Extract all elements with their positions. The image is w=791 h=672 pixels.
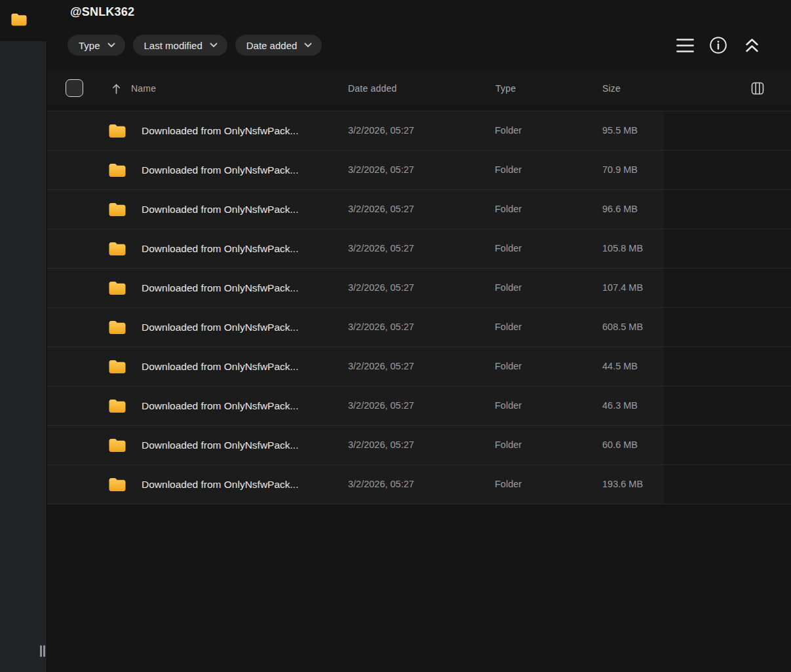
collapse-button[interactable] xyxy=(742,35,762,55)
double-chevron-up-icon xyxy=(744,37,760,54)
folder-icon xyxy=(108,477,126,493)
sidebar-resize-handle[interactable] xyxy=(40,645,45,657)
file-date-added: 3/2/2026, 05:27 xyxy=(348,308,414,346)
file-name: Downloaded from OnlyNsfwPack... xyxy=(142,111,298,150)
file-date-added: 3/2/2026, 05:27 xyxy=(348,386,414,425)
filter-chip-label: Last modified xyxy=(144,40,203,51)
folder-icon xyxy=(108,320,126,335)
app-folder-button[interactable] xyxy=(10,12,28,28)
filter-chip-label: Type xyxy=(79,40,100,51)
file-name: Downloaded from OnlyNsfwPack... xyxy=(142,426,298,464)
folder-icon xyxy=(108,438,126,453)
view-menu-button[interactable] xyxy=(675,35,695,55)
folder-icon xyxy=(108,280,126,296)
file-row[interactable]: Downloaded from OnlyNsfwPack... 3/2/2026… xyxy=(47,229,791,269)
file-date-added: 3/2/2026, 05:27 xyxy=(348,111,414,150)
chevron-down-icon xyxy=(107,43,115,48)
arrow-up-sort-icon xyxy=(111,83,121,94)
filter-bar: Type Last modified Date added xyxy=(68,35,322,56)
file-list: Downloaded from OnlyNsfwPack... 3/2/2026… xyxy=(47,111,791,504)
file-size: 107.4 MB xyxy=(602,269,643,307)
file-name: Downloaded from OnlyNsfwPack... xyxy=(142,151,298,189)
file-type: Folder xyxy=(495,308,522,346)
folder-icon xyxy=(108,359,126,375)
file-size: 95.5 MB xyxy=(602,111,638,150)
file-row[interactable]: Downloaded from OnlyNsfwPack... 3/2/2026… xyxy=(47,151,791,190)
table-header: Name Date added Type Size xyxy=(47,72,791,105)
file-size: 608.5 MB xyxy=(602,308,643,346)
filter-chip[interactable]: Date added xyxy=(235,35,322,56)
file-size: 44.5 MB xyxy=(602,347,638,386)
folder-icon xyxy=(108,202,126,217)
file-name: Downloaded from OnlyNsfwPack... xyxy=(142,465,298,504)
file-date-added: 3/2/2026, 05:27 xyxy=(348,426,414,464)
file-type: Folder xyxy=(495,269,522,307)
filter-chip[interactable]: Type xyxy=(68,35,125,56)
chevron-down-icon xyxy=(210,43,218,48)
file-row[interactable]: Downloaded from OnlyNsfwPack... 3/2/2026… xyxy=(47,347,791,386)
file-row[interactable]: Downloaded from OnlyNsfwPack... 3/2/2026… xyxy=(47,426,791,465)
file-date-added: 3/2/2026, 05:27 xyxy=(348,151,414,189)
file-date-added: 3/2/2026, 05:27 xyxy=(348,229,414,268)
file-row[interactable]: Downloaded from OnlyNsfwPack... 3/2/2026… xyxy=(47,111,791,151)
hamburger-menu-icon xyxy=(676,37,695,54)
file-date-added: 3/2/2026, 05:27 xyxy=(348,190,414,229)
file-name: Downloaded from OnlyNsfwPack... xyxy=(142,347,298,386)
columns-settings-button[interactable] xyxy=(749,80,766,97)
toolbar-actions xyxy=(675,35,762,55)
column-header-date-added[interactable]: Date added xyxy=(348,72,396,105)
file-type: Folder xyxy=(495,111,522,150)
file-date-added: 3/2/2026, 05:27 xyxy=(348,465,414,504)
file-row[interactable]: Downloaded from OnlyNsfwPack... 3/2/2026… xyxy=(47,386,791,426)
file-name: Downloaded from OnlyNsfwPack... xyxy=(142,308,298,346)
folder-icon xyxy=(108,162,126,178)
select-all-checkbox[interactable] xyxy=(66,79,83,97)
columns-icon xyxy=(751,82,764,95)
info-icon xyxy=(709,36,727,54)
file-name: Downloaded from OnlyNsfwPack... xyxy=(142,190,298,229)
folder-icon xyxy=(108,398,126,414)
filter-chip[interactable]: Last modified xyxy=(133,35,227,56)
column-header-type[interactable]: Type xyxy=(495,72,516,105)
file-size: 193.6 MB xyxy=(602,465,643,504)
file-row[interactable]: Downloaded from OnlyNsfwPack... 3/2/2026… xyxy=(47,269,791,308)
column-header-name[interactable]: Name xyxy=(131,72,156,105)
resize-bar xyxy=(43,645,45,657)
file-row[interactable]: Downloaded from OnlyNsfwPack... 3/2/2026… xyxy=(47,190,791,229)
file-row[interactable]: Downloaded from OnlyNsfwPack... 3/2/2026… xyxy=(47,308,791,347)
file-manager-window: @SNLK362 Type Last modified Date added xyxy=(0,0,791,672)
sidebar xyxy=(0,41,47,672)
file-type: Folder xyxy=(495,426,522,464)
filter-chip-label: Date added xyxy=(246,40,298,51)
file-size: 96.6 MB xyxy=(602,190,638,229)
file-type: Folder xyxy=(495,347,522,386)
file-size: 46.3 MB xyxy=(602,386,638,425)
file-type: Folder xyxy=(495,229,522,268)
info-button[interactable] xyxy=(708,35,728,55)
page-title: @SNLK362 xyxy=(70,5,134,19)
chevron-down-icon xyxy=(304,43,312,48)
resize-bar xyxy=(40,645,42,657)
file-date-added: 3/2/2026, 05:27 xyxy=(348,269,414,307)
file-type: Folder xyxy=(495,151,522,189)
folder-icon xyxy=(108,241,126,257)
file-date-added: 3/2/2026, 05:27 xyxy=(348,347,414,386)
folder-icon xyxy=(108,123,126,139)
file-type: Folder xyxy=(495,386,522,425)
file-row[interactable]: Downloaded from OnlyNsfwPack... 3/2/2026… xyxy=(47,465,791,504)
file-type: Folder xyxy=(495,465,522,504)
file-type: Folder xyxy=(495,190,522,229)
file-size: 105.8 MB xyxy=(602,229,643,268)
file-size: 60.6 MB xyxy=(602,426,638,464)
file-name: Downloaded from OnlyNsfwPack... xyxy=(142,229,298,268)
folder-icon xyxy=(10,12,28,28)
file-name: Downloaded from OnlyNsfwPack... xyxy=(142,269,298,307)
file-name: Downloaded from OnlyNsfwPack... xyxy=(142,386,298,425)
file-size: 70.9 MB xyxy=(602,151,638,189)
column-header-size[interactable]: Size xyxy=(602,72,621,105)
